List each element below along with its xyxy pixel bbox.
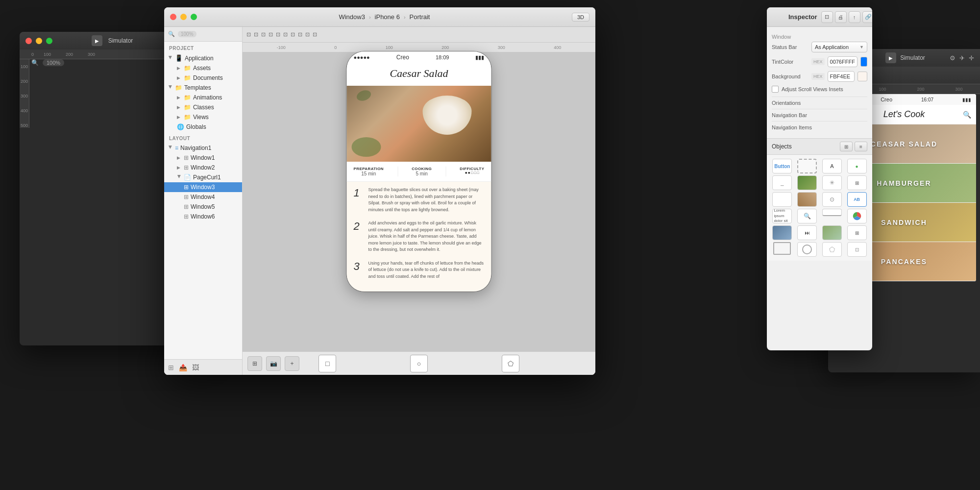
sidebar-item-assets[interactable]: ▶ 📁 Assets [164, 63, 242, 73]
sidebar-item-navigation1[interactable]: ▶ ≡ Navigation1 [164, 143, 242, 153]
add-icon[interactable]: ⊞ [168, 364, 174, 371]
sidebar-item-application[interactable]: ▶ 📱 Application [164, 53, 242, 63]
sidebar-item-window4[interactable]: ⊞ Window4 [164, 192, 242, 202]
main-maximize-btn[interactable] [191, 14, 197, 20]
obj-grid[interactable]: ⊞ [845, 225, 868, 240]
obj-rect[interactable] [771, 242, 794, 257]
time-label: 18:09 [436, 54, 449, 60]
obj-gallery[interactable] [796, 192, 819, 207]
toggle-obj-icon: ● [847, 159, 867, 173]
status-bar-select[interactable]: As Application ▼ [811, 42, 867, 52]
sidebar-item-globals[interactable]: 🌐 Globals [164, 122, 242, 132]
share-icon[interactable]: 📤 [179, 364, 187, 371]
right-send-icon[interactable]: ✈ [959, 54, 965, 62]
obj-chart[interactable] [845, 209, 868, 223]
align-icon7[interactable]: ⊡ [291, 31, 295, 38]
obj-button[interactable]: Button [771, 159, 794, 173]
adjust-scroll-checkbox[interactable] [772, 86, 779, 93]
tint-hex-label: HEX [811, 58, 825, 65]
tint-hex-input[interactable]: 0076FFFF [828, 56, 858, 67]
sidebar-item-window3[interactable]: ⊞ Window3 [164, 182, 242, 192]
main-minimize-btn[interactable] [180, 14, 187, 20]
layout-label: LAYOUT [164, 132, 242, 143]
navigation-items-row[interactable]: Navigation Items [772, 121, 867, 133]
sidebar-toolbar: 🔍 100% [164, 27, 242, 42]
align-icon4[interactable]: ⊡ [269, 31, 273, 38]
close-btn[interactable] [25, 38, 32, 44]
search-obj-icon: 🔍 [797, 209, 817, 223]
obj-pentagon[interactable]: ⬠ [821, 242, 844, 257]
obj-view[interactable] [796, 159, 819, 173]
obj-stepper[interactable]: ⊞ [845, 175, 868, 190]
obj-toggle[interactable]: ● [845, 159, 868, 173]
obj-label[interactable]: A [821, 159, 844, 173]
align-icon9[interactable]: ⊡ [305, 31, 310, 38]
align-icon8[interactable]: ⊡ [298, 31, 302, 38]
3d-button[interactable]: 3D [572, 13, 589, 22]
sidebar-item-templates[interactable]: ▶ 📁 Templates [164, 83, 242, 93]
right-crosshair-icon[interactable]: ✛ [969, 54, 974, 62]
align-icon3[interactable]: ⊡ [261, 31, 266, 38]
sidebar-item-animations[interactable]: ▶ 📁 Animations [164, 93, 242, 102]
pentagon-shape-btn[interactable]: ⬠ [502, 355, 519, 372]
obj-textedit[interactable]: AB [845, 192, 868, 207]
sidebar-item-classes[interactable]: ▶ 📁 Classes [164, 102, 242, 112]
align-icon1[interactable]: ⊡ [246, 31, 251, 38]
right-settings-icon[interactable]: ⚙ [950, 54, 956, 62]
bg-hex-input[interactable]: FBF4EE [828, 71, 855, 82]
sidebar-item-pagecurl1[interactable]: ▶ 📄 PageCurl1 [164, 172, 242, 182]
obj-img2[interactable] [771, 225, 794, 240]
sidebar-item-window6[interactable]: ⊞ Window6 [164, 212, 242, 221]
obj-slider[interactable]: ⎯ [771, 175, 794, 190]
obj-media[interactable]: ⏭ [796, 225, 819, 240]
obj-tableview[interactable] [771, 192, 794, 207]
objects-grid-view-btn[interactable]: ⊞ [840, 142, 853, 151]
right-play-btn[interactable]: ▶ [885, 52, 896, 63]
tint-color-row: TintColor HEX 0076FFFF [772, 56, 867, 67]
navigation-bar-row[interactable]: Navigation Bar [772, 109, 867, 121]
layers-btn[interactable]: ⊞ [247, 356, 262, 371]
inspector-tab-link[interactable]: 🔗 [862, 11, 872, 23]
align-icon2[interactable]: ⊡ [254, 31, 258, 38]
rect-shape-btn[interactable]: □ [318, 355, 336, 372]
align-icon6[interactable]: ⊡ [283, 31, 288, 38]
left-search-icon[interactable]: 🔍 [31, 59, 39, 66]
objects-list-view-btn[interactable]: ≡ [855, 142, 867, 151]
align-icon10[interactable]: ⊡ [313, 31, 317, 38]
circle-obj-icon [797, 242, 817, 257]
photo-icon[interactable]: 🖼 [192, 364, 199, 371]
obj-browser[interactable]: ⊙ [821, 192, 844, 207]
add-btn[interactable]: + [285, 356, 299, 371]
sidebar-item-window1[interactable]: ▶ ⊞ Window1 [164, 153, 242, 163]
prep-stat: PREPARATION 15 min [354, 167, 384, 176]
obj-imageview[interactable] [796, 175, 819, 190]
align-icon5[interactable]: ⊡ [276, 31, 280, 38]
obj-circle[interactable] [796, 242, 819, 257]
right-battery: ▮▮▮ [962, 97, 971, 102]
obj-separator[interactable] [821, 209, 844, 223]
inspector-tab-export[interactable]: ↑ [849, 11, 860, 23]
sidebar-item-views[interactable]: ▶ 📁 Views [164, 112, 242, 122]
obj-map[interactable] [821, 225, 844, 240]
obj-custom[interactable]: ⊡ [845, 242, 868, 257]
sidebar-item-window2[interactable]: ▶ ⊞ Window2 [164, 163, 242, 172]
sidebar-item-window5[interactable]: ⊞ Window5 [164, 202, 242, 212]
photo-btn[interactable]: 📷 [266, 356, 281, 371]
obj-text1[interactable]: Lorem ipsum dolor sit [771, 209, 794, 223]
minimize-btn[interactable] [36, 38, 42, 44]
orientations-row[interactable]: Orientations [772, 97, 867, 109]
main-close-btn[interactable] [170, 14, 176, 20]
right-nav-icon-right[interactable]: 🔍 [963, 111, 971, 119]
obj-activity[interactable]: ✳ [821, 175, 844, 190]
inspector-tab-print[interactable]: 🖨 [835, 11, 847, 23]
tint-color-swatch[interactable] [860, 57, 867, 67]
circle-shape-btn[interactable]: ○ [410, 355, 428, 372]
sidebar-search-icon[interactable]: 🔍 [168, 31, 175, 37]
obj-search[interactable]: 🔍 [796, 209, 819, 223]
bg-color-swatch[interactable] [858, 72, 867, 81]
play-button[interactable]: ▶ [92, 35, 102, 46]
sidebar-item-documents[interactable]: ▶ 📁 Documents [164, 73, 242, 83]
ruler-vertical-left: 100 200 300 400 500 [20, 59, 29, 128]
inspector-tab-properties[interactable]: ⊡ [821, 11, 833, 23]
maximize-btn[interactable] [46, 38, 52, 44]
